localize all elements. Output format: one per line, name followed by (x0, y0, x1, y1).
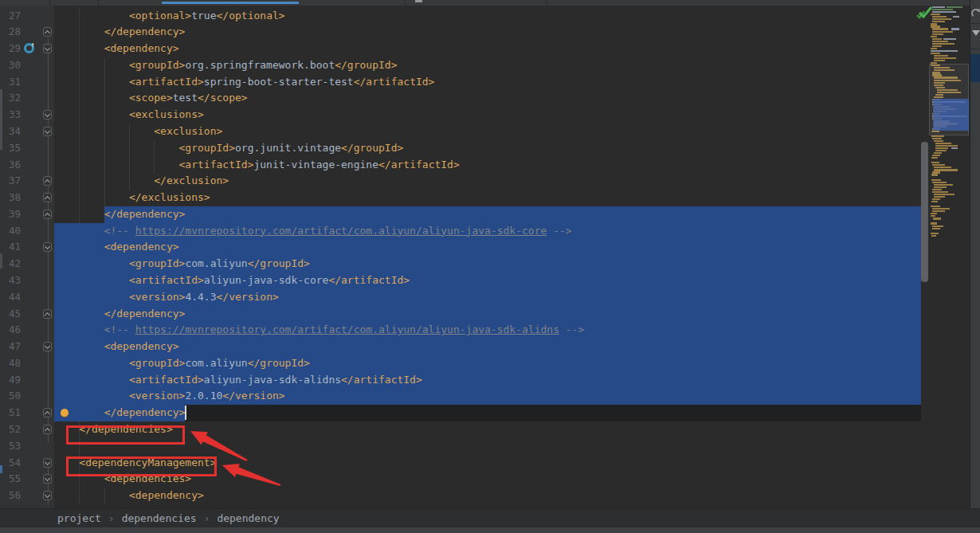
fold-marker-down[interactable] (43, 474, 52, 484)
minimap-code-row (931, 179, 941, 181)
tab-icon-sliver (415, 0, 422, 2)
line-number: 33 (0, 107, 21, 123)
code-line[interactable]: <groupId>com.aliyun</groupId> (54, 256, 310, 272)
fold-marker-down[interactable] (43, 491, 52, 500)
code-line[interactable]: <exclusion> (54, 123, 222, 140)
line-number: 30 (0, 57, 21, 74)
vertical-scrollbar-thumb[interactable] (921, 142, 928, 282)
minimap-code-row (947, 6, 962, 8)
code-line[interactable]: <version>4.4.3</version> (54, 289, 279, 306)
minimap-code-row (933, 218, 941, 219)
minimap-code-row (931, 23, 937, 25)
line-number: 50 (0, 388, 21, 405)
fold-marker-down[interactable] (43, 458, 52, 468)
code-line[interactable]: <dependency> (54, 339, 179, 355)
minimap-code-row (935, 150, 947, 151)
minimap-code-row (932, 33, 943, 35)
code-line[interactable]: <artifactId>spring-boot-starter-test</ar… (54, 74, 434, 91)
code-line[interactable]: <!-- https://mvnrepository.com/artifact/… (54, 322, 584, 339)
fold-marker-up[interactable] (43, 193, 52, 202)
fold-marker-up[interactable] (43, 210, 52, 219)
fold-marker-down[interactable] (43, 342, 52, 351)
tab-separator (98, 0, 99, 6)
code-line[interactable]: <artifactId>aliyun-java-sdk-core</artifa… (54, 272, 410, 289)
minimap-code-row (931, 50, 958, 52)
override-icon[interactable]: ↑ (24, 43, 34, 53)
line-number: 31 (0, 74, 21, 91)
code-line[interactable]: <dependencyManagement> (54, 455, 217, 472)
fold-marker-up[interactable] (43, 176, 52, 186)
minimap-code-row (935, 145, 958, 147)
code-line[interactable]: <artifactId>aliyun-java-sdk-alidns</arti… (54, 372, 422, 389)
minimap-code-row (943, 38, 956, 40)
fold-marker-up[interactable] (43, 27, 52, 37)
breadcrumb-item-project[interactable]: project (57, 509, 101, 527)
fold-marker-down[interactable] (43, 242, 52, 252)
code-line[interactable]: </dependency> (54, 24, 185, 41)
code-line[interactable]: <dependencies> (54, 471, 191, 488)
code-line[interactable]: <artifactId>junit-vintage-engine</artifa… (54, 157, 460, 174)
minimap-code-row (932, 198, 940, 200)
minimap-code-row (932, 210, 945, 212)
fold-marker-up[interactable] (43, 425, 52, 434)
fold-marker-up[interactable] (43, 408, 52, 417)
code-line[interactable]: </dependency> (54, 405, 185, 421)
fold-marker-down[interactable] (43, 44, 52, 53)
line-number: 37 (0, 173, 21, 190)
minimap-code-row (932, 31, 953, 33)
code-line[interactable]: <!-- https://mvnrepository.com/artifact/… (54, 223, 572, 240)
fold-marker-down[interactable] (43, 127, 52, 136)
minimap-code-row (931, 201, 938, 202)
line-number: 35 (0, 140, 21, 157)
breadcrumb-bar: project›dependencies›dependency (0, 508, 980, 527)
code-line[interactable]: <version>2.0.10</version> (54, 388, 285, 405)
window-edge-mark (0, 89, 2, 150)
minimap-code-row (932, 182, 947, 183)
line-number: 38 (0, 190, 21, 206)
minimap-code-row (934, 184, 953, 186)
code-line[interactable]: <scope>test</scope> (54, 90, 248, 107)
right-strip-divider (970, 23, 980, 24)
code-line[interactable]: </dependency> (54, 306, 185, 323)
text-caret (185, 406, 186, 420)
code-line[interactable]: <dependency> (54, 239, 179, 256)
code-line[interactable]: </dependencies> (54, 421, 173, 438)
breadcrumb-item-dependency[interactable]: dependency (217, 509, 279, 527)
code-line[interactable]: <dependency> (54, 488, 204, 504)
fold-marker-down[interactable] (43, 110, 52, 120)
curved-arrow-icon[interactable] (971, 6, 980, 18)
inspections-ok-icon[interactable] (915, 3, 935, 22)
minimap-code-row (951, 147, 958, 149)
code-line[interactable]: <groupId>com.aliyun</groupId> (54, 355, 310, 372)
minimap-code-row (932, 191, 948, 193)
line-number: 40 (0, 223, 21, 240)
minimap-code-row (932, 41, 948, 42)
minimap-code-row (931, 222, 937, 224)
fold-marker-up[interactable] (43, 309, 52, 319)
code-line[interactable]: <groupId>org.junit.vintage</groupId> (54, 140, 403, 157)
breadcrumb-item-dependencies[interactable]: dependencies (122, 509, 197, 527)
line-number: 54 (0, 455, 21, 472)
minimap-code-row (932, 171, 940, 173)
code-line[interactable]: </exclusions> (54, 190, 210, 206)
minimap-code-row (932, 38, 942, 40)
code-line[interactable]: </exclusion> (54, 173, 229, 190)
code-layer: 27 <optional>true</optional>28 </depende… (0, 0, 980, 533)
line-number: 55 (0, 471, 21, 488)
code-line[interactable]: <exclusions> (54, 107, 204, 123)
code-line[interactable]: </dependency> (54, 206, 185, 223)
minimap-code-row (932, 18, 951, 20)
down-triangle-icon[interactable] (972, 30, 980, 36)
active-tab-underline[interactable] (162, 2, 299, 4)
line-number: 44 (0, 289, 21, 306)
code-line[interactable]: <groupId>org.springframework.boot</group… (54, 57, 398, 74)
window-edge-mark (0, 253, 2, 268)
line-number: 36 (0, 157, 21, 174)
code-line[interactable]: <optional>true</optional> (54, 8, 285, 25)
minimap-code-row (931, 53, 940, 54)
line-number: 48 (0, 355, 21, 372)
code-line[interactable]: <dependency> (54, 41, 179, 57)
line-number: 46 (0, 322, 21, 339)
line-number: 27 (0, 8, 21, 25)
line-number: 41 (0, 239, 21, 256)
